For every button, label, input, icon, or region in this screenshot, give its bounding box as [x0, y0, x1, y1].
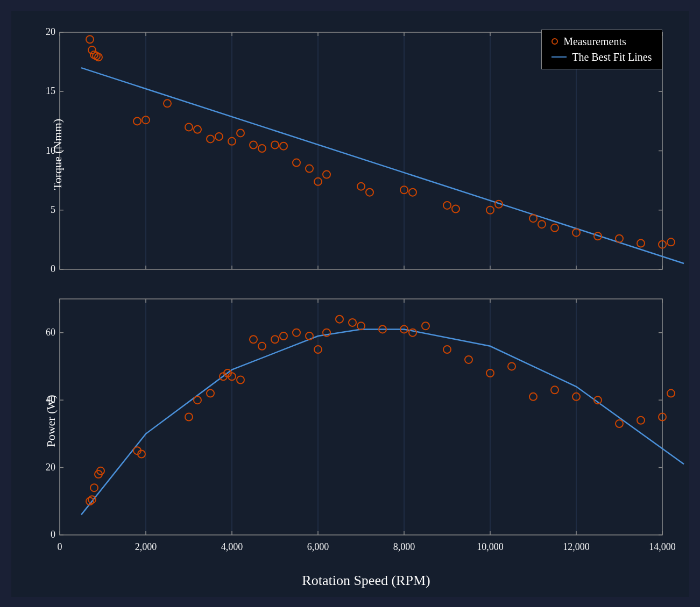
plots-area: Measurements The Best Fit Lines Torque (… — [54, 22, 678, 554]
svg-text:20: 20 — [46, 461, 55, 472]
svg-text:4,000: 4,000 — [221, 541, 243, 552]
y-axis-label-top: Torque (Nmm) — [51, 118, 65, 189]
legend-bestfit-label: The Best Fit Lines — [572, 51, 652, 63]
svg-rect-82 — [60, 299, 662, 535]
svg-text:12,000: 12,000 — [563, 541, 590, 552]
x-axis-label: Rotation Speed (RPM) — [302, 573, 430, 589]
legend-bestfit: The Best Fit Lines — [551, 51, 652, 63]
y-axis-label-bottom: Power (W) — [44, 395, 58, 447]
svg-text:6,000: 6,000 — [307, 541, 329, 552]
bottom-plot: Power (W) 020406002,0004,0006,0008,00010… — [54, 288, 678, 554]
svg-text:5: 5 — [51, 204, 55, 215]
svg-text:8,000: 8,000 — [393, 541, 415, 552]
legend-measurements-label: Measurements — [563, 35, 626, 48]
svg-text:60: 60 — [46, 326, 55, 337]
legend-dot-icon — [551, 38, 558, 45]
legend-measurements: Measurements — [551, 35, 652, 48]
svg-text:20: 20 — [46, 26, 55, 37]
svg-text:10,000: 10,000 — [477, 541, 504, 552]
chart-container: Measurements The Best Fit Lines Torque (… — [11, 11, 689, 597]
bottom-plot-svg: 020406002,0004,0006,0008,00010,00012,000… — [54, 288, 678, 554]
svg-text:14,000: 14,000 — [649, 541, 676, 552]
svg-text:0: 0 — [51, 529, 55, 540]
svg-text:15: 15 — [46, 85, 55, 96]
legend-line-icon — [551, 56, 567, 58]
svg-text:2,000: 2,000 — [135, 541, 157, 552]
legend: Measurements The Best Fit Lines — [541, 30, 662, 69]
svg-text:0: 0 — [51, 263, 55, 274]
svg-text:0: 0 — [57, 541, 62, 552]
